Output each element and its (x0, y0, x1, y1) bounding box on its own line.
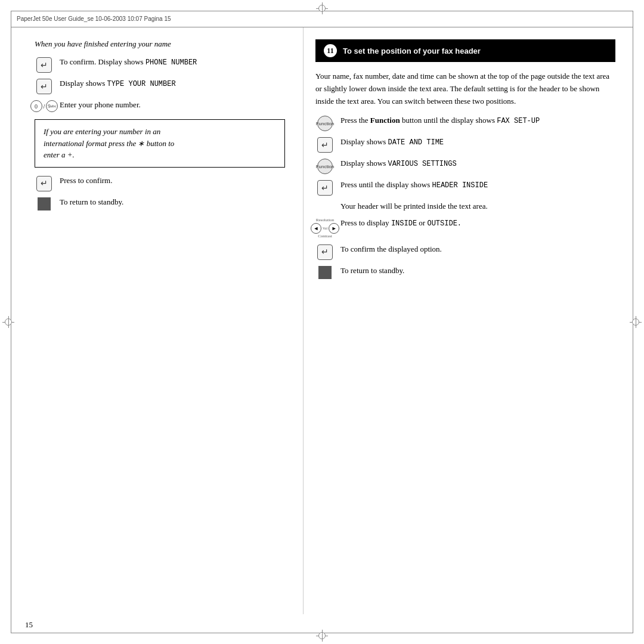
row-enter-phone: 0 / 9abc Enter your phone number. (35, 99, 285, 112)
stop-button-right (318, 266, 332, 279)
row-fax-setup-text: Press the Function button until the disp… (340, 114, 615, 126)
row-inside-outside-text: Press to display INSIDE or OUTSIDE. (340, 217, 615, 229)
ok-button-3: ↵ (36, 176, 52, 191)
info-box: If you are entering your number in an in… (35, 119, 285, 168)
row-standby-left-text: To return to standby. (60, 196, 285, 208)
right-body-text: Your name, fax number, date and time can… (315, 70, 615, 107)
step-number: 11 (324, 44, 337, 57)
nav-right-arrow: ► (329, 223, 339, 234)
stop-icon-left (35, 196, 54, 210)
row-type-number: ↵ Display shows TYPE YOUR NUMBER (35, 78, 285, 94)
spacer-1 (315, 200, 335, 202)
nav-buttons: Resolution ◄ Vol ► Contrast (311, 218, 339, 239)
key09-icon: 0 / 9abc (35, 99, 54, 112)
row-fax-setup: Function Press the Function button until… (315, 114, 615, 131)
stop-icon-right (315, 265, 335, 279)
row-type-number-text: Display shows TYPE YOUR NUMBER (60, 78, 285, 89)
step-heading: 11 To set the position of your fax heade… (315, 39, 615, 62)
row-standby-right-text: To return to standby. (340, 265, 615, 277)
row-press-confirm-text: Press to confirm. (60, 175, 285, 187)
row-date-time-text: Display shows DATE AND TIME (340, 136, 615, 148)
key-9: 9abc (46, 100, 58, 112)
cross-top-center (316, 2, 328, 14)
key-0: 0 (30, 100, 42, 112)
ok-button-2: ↵ (36, 79, 52, 94)
ok-icon-right-1: ↵ (315, 136, 335, 153)
row-header-inside-text: Press until the display shows HEADER INS… (340, 179, 615, 191)
row-phone-number: ↵ To confirm. Display shows PHONE NUMBER (35, 56, 285, 73)
row-standby-left: To return to standby. (35, 196, 285, 210)
row-header-printed-text: Your header will be printed inside the t… (340, 200, 615, 212)
row-confirm-display: ↵ To confirm the displayed option. (315, 243, 615, 260)
row-various-settings-text: Display shows VARIOUS SETTINGS (340, 157, 615, 169)
ok-icon-right-3: ↵ (315, 243, 335, 260)
ok-icon-3: ↵ (35, 175, 54, 191)
nav-left-arrow: ◄ (311, 223, 321, 234)
row-header-printed: Your header will be printed inside the t… (315, 200, 615, 212)
row-standby-right: To return to standby. (315, 265, 615, 279)
right-column: 11 To set the position of your fax heade… (303, 27, 633, 614)
page-number: 15 (25, 620, 33, 630)
row-phone-number-text: To confirm. Display shows PHONE NUMBER (60, 56, 285, 68)
ok-icon-right-2: ↵ (315, 179, 335, 196)
function-button-1: Function (317, 116, 333, 131)
key09-button: 0 / 9abc (30, 100, 58, 112)
ok-button-right-2: ↵ (317, 180, 333, 196)
nav-icon: Resolution ◄ Vol ► Contrast (315, 217, 335, 239)
row-header-inside: ↵ Press until the display shows HEADER I… (315, 179, 615, 196)
row-enter-phone-text: Enter your phone number. (60, 99, 285, 111)
left-italic-heading: When you have finished entering your nam… (35, 39, 285, 49)
ok-button-right-3: ↵ (317, 244, 333, 260)
row-confirm-display-text: To confirm the displayed option. (340, 243, 615, 255)
function-button-2: Function (317, 159, 333, 174)
left-column: When you have finished entering your nam… (11, 27, 303, 614)
row-inside-outside: Resolution ◄ Vol ► Contrast Press to dis… (315, 217, 615, 239)
cross-bottom-center (316, 630, 328, 642)
function-icon-2: Function (315, 157, 335, 174)
ok-icon-2: ↵ (35, 78, 54, 94)
step-heading-text: To set the position of your fax header (343, 47, 481, 55)
row-date-time: ↵ Display shows DATE AND TIME (315, 136, 615, 153)
function-icon-1: Function (315, 114, 335, 131)
row-various-settings: Function Display shows VARIOUS SETTINGS (315, 157, 615, 174)
header-text: PaperJet 50e User Guide_se 10-06-2003 10… (17, 16, 171, 22)
stop-button-left (38, 197, 51, 210)
row-press-confirm: ↵ Press to confirm. (35, 175, 285, 191)
ok-button-right-1: ↵ (317, 137, 333, 153)
main-content: When you have finished entering your nam… (11, 27, 633, 614)
ok-icon-1: ↵ (35, 56, 54, 73)
ok-button-1: ↵ (36, 57, 52, 73)
